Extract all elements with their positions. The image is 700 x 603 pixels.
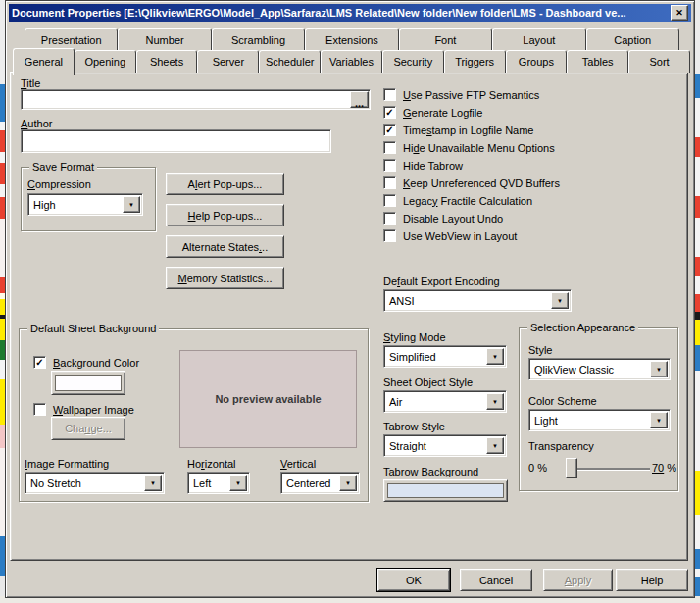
title-bar[interactable]: Document Properties [E:\Qlikview\ERGO\Mo… (9, 4, 691, 22)
styling-mode-select[interactable]: Simplified ▼ (383, 345, 507, 368)
tabrow-background-swatch (387, 483, 504, 498)
title-browse-button[interactable]: ... (350, 91, 369, 108)
tab-scheduler[interactable]: Scheduler (259, 50, 321, 73)
help-popups-button[interactable]: Help Pop-ups... (166, 204, 284, 226)
sheet-background-legend: Default Sheet Background (27, 323, 159, 334)
alert-popups-button[interactable]: Alert Pop-ups... (166, 173, 284, 195)
vertical-value: Centered (281, 477, 339, 489)
ellipsis-icon: ... (355, 99, 364, 107)
checkbox-keep-unreferenced-qvd-buffers[interactable]: Keep Unreferenced QVD Buffers (383, 176, 560, 189)
author-label: Author (21, 118, 52, 129)
tab-label: Extensions (325, 34, 378, 46)
transparency-label: Transparency (528, 440, 594, 452)
alternate-states-button[interactable]: Alternate States... (166, 235, 284, 258)
tab-row-primary: GeneralOpeningSheetsServerSchedulerVaria… (13, 50, 690, 73)
tab-security[interactable]: Security (382, 50, 444, 73)
vertical-select[interactable]: Centered ▼ (280, 472, 360, 494)
transparency-slider-thumb[interactable] (566, 458, 577, 478)
tab-caption[interactable]: Caption (586, 28, 679, 50)
checkbox-label: Hide Unavailable Menu Options (403, 142, 555, 154)
tab-tables[interactable]: Tables (567, 50, 628, 73)
memory-statistics-button[interactable]: Memory Statistics... (166, 267, 284, 289)
checkbox-disable-layout-undo[interactable]: Disable Layout Undo (383, 212, 560, 225)
checkbox-timestamp-in-logfile-name[interactable]: ✓Timestamp in Logfile Name (383, 124, 560, 136)
tab-label: General (25, 56, 63, 68)
checkbox-hide-unavailable-menu-options[interactable]: Hide Unavailable Menu Options (383, 141, 560, 154)
tab-opening[interactable]: Opening (75, 50, 136, 73)
checkbox-generate-logfile[interactable]: ✓Generate Logfile (383, 106, 560, 119)
tab-sort[interactable]: Sort (628, 50, 690, 73)
chevron-down-icon: ▼ (229, 475, 247, 491)
tab-layout[interactable]: Layout (492, 28, 585, 50)
tab-groups[interactable]: Groups (506, 50, 568, 73)
unchecked-checkbox-icon (383, 194, 396, 207)
tab-extensions[interactable]: Extensions (305, 28, 398, 50)
tab-server[interactable]: Server (197, 50, 259, 73)
unchecked-checkbox-icon (383, 159, 396, 172)
apply-button[interactable]: Apply (543, 569, 613, 591)
tab-triggers[interactable]: Triggers (444, 50, 506, 73)
tabrow-style-select[interactable]: Straight ▼ (383, 434, 507, 457)
checkbox-hide-tabrow[interactable]: Hide Tabrow (383, 159, 560, 172)
chevron-down-icon: ▼ (650, 412, 668, 428)
checkbox-use-webview-in-layout[interactable]: Use WebView in Layout (383, 229, 560, 242)
checkbox-label: Generate Logfile (403, 107, 482, 119)
chevron-down-icon: ▼ (551, 292, 569, 309)
selection-style-value: QlikView Classic (529, 364, 650, 376)
checkbox-wallpaper-image[interactable]: Wallpaper Image (33, 403, 134, 416)
horizontal-select[interactable]: Left ▼ (187, 472, 250, 494)
cancel-button[interactable]: Cancel (460, 569, 532, 591)
close-button[interactable]: ✕ (671, 5, 688, 21)
title-field-wrap: ... (21, 89, 371, 110)
tab-font[interactable]: Font (399, 28, 492, 50)
color-scheme-label: Color Scheme (528, 395, 597, 407)
title-input[interactable] (21, 89, 371, 110)
tabrow-background-swatch-button[interactable] (383, 479, 508, 502)
tab-general[interactable]: General (13, 48, 75, 75)
unchecked-checkbox-icon (33, 403, 46, 416)
compression-value: High (28, 199, 123, 211)
ok-button[interactable]: OK (377, 569, 450, 591)
export-encoding-select[interactable]: ANSI ▼ (383, 289, 572, 312)
checkbox-label: Disable Layout Undo (403, 213, 503, 225)
change-wallpaper-button[interactable]: Change... (51, 417, 125, 440)
title-label: Title (21, 77, 40, 89)
tab-label: Sort (649, 56, 669, 68)
styling-mode-label: Styling Mode (383, 331, 446, 343)
save-format-legend: Save Format (29, 161, 97, 173)
tab-variables[interactable]: Variables (321, 50, 382, 73)
tab-label: Font (434, 34, 456, 46)
background-color-swatch (55, 375, 122, 391)
styling-mode-value: Simplified (384, 351, 486, 363)
sheet-object-style-value: Air (384, 396, 486, 408)
image-formatting-select[interactable]: No Stretch ▼ (25, 472, 165, 494)
checkbox-background-color[interactable]: ✓ Background Color (33, 356, 139, 369)
author-input[interactable] (21, 129, 331, 153)
tab-presentation[interactable]: Presentation (25, 28, 118, 50)
tab-number[interactable]: Number (118, 28, 211, 50)
checkbox-label: Use WebView in Layout (403, 230, 517, 242)
tab-label: Groups (519, 56, 554, 68)
tab-label: Presentation (41, 34, 102, 46)
tab-sheets[interactable]: Sheets (136, 50, 198, 73)
chevron-down-icon: ▼ (486, 437, 504, 454)
tab-scrambling[interactable]: Scrambling (212, 28, 305, 50)
checkbox-use-passive-ftp-semantics[interactable]: Use Passive FTP Semantics (383, 88, 560, 101)
transparency-slider-track[interactable] (572, 468, 650, 470)
transparency-max-label: 70 % (652, 462, 676, 474)
background-color-swatch-button[interactable] (51, 371, 125, 395)
close-icon: ✕ (675, 8, 683, 18)
compression-select[interactable]: High ▼ (27, 193, 143, 216)
sheet-object-style-label: Sheet Object Style (383, 377, 473, 388)
help-button[interactable]: Help (616, 569, 688, 591)
export-encoding-label: Default Export Encoding (383, 276, 500, 287)
unchecked-checkbox-icon (383, 176, 396, 189)
checkbox-label: Timestamp in Logfile Name (403, 125, 534, 136)
tab-label: Variables (329, 56, 374, 68)
tab-label: Sheets (150, 56, 183, 68)
sheet-object-style-select[interactable]: Air ▼ (383, 390, 507, 413)
selection-style-select[interactable]: QlikView Classic ▼ (528, 358, 671, 380)
color-scheme-select[interactable]: Light ▼ (528, 409, 671, 431)
checkbox-legacy-fractile-calculation[interactable]: Legacy Fractile Calculation (383, 194, 560, 207)
image-formatting-label: Image Formatting (25, 458, 109, 470)
